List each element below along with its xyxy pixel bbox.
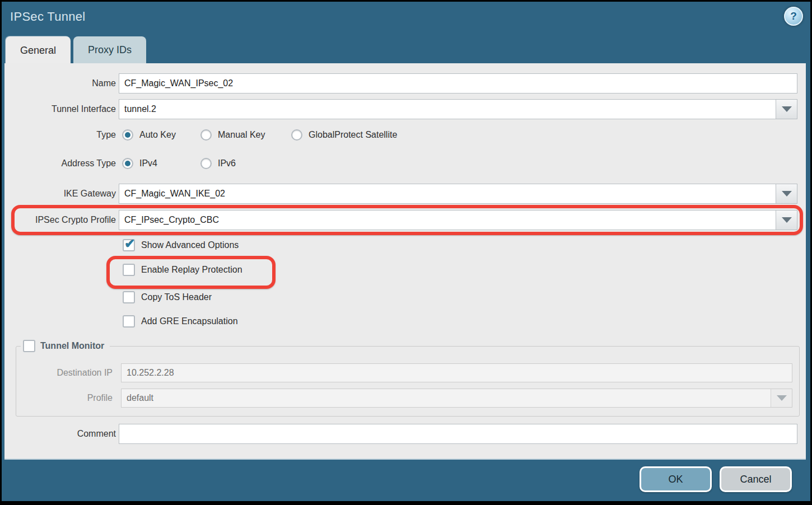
- profile-label: Profile: [16, 389, 113, 408]
- type-option-globalprotect-satellite[interactable]: GlobalProtect Satellite: [291, 128, 397, 142]
- manual-key-radio[interactable]: [200, 129, 212, 141]
- enable-replay-protection-checkbox[interactable]: [123, 264, 135, 276]
- profile-value: default: [122, 389, 771, 407]
- tab-bar: General Proxy IDs: [6, 36, 146, 65]
- tunnel-monitor-legend[interactable]: Tunnel Monitor: [21, 340, 110, 352]
- type-option-manual-key[interactable]: Manual Key: [200, 128, 265, 142]
- ipsec-crypto-profile-select[interactable]: CF_IPsec_Crypto_CBC: [119, 210, 797, 230]
- tunnel-interface-label: Tunnel Interface: [4, 99, 116, 119]
- destination-ip-label: Destination IP: [16, 363, 113, 382]
- comment-value: [119, 424, 797, 443]
- auto-key-label: Auto Key: [139, 130, 176, 140]
- enable-replay-protection-row[interactable]: Enable Replay Protection: [123, 263, 242, 277]
- copy-tos-header-row[interactable]: Copy ToS Header: [123, 291, 212, 304]
- dialog-footer: OK Cancel: [2, 460, 810, 501]
- address-type-label: Address Type: [4, 157, 116, 170]
- type-option-auto-key[interactable]: Auto Key: [122, 128, 176, 142]
- help-icon[interactable]: ?: [784, 7, 803, 26]
- tunnel-monitor-checkbox[interactable]: [23, 340, 35, 352]
- ipsec-crypto-profile-value: CF_IPsec_Crypto_CBC: [119, 211, 776, 230]
- ipv4-radio[interactable]: [122, 158, 133, 169]
- destination-ip-value: 10.252.2.28: [122, 364, 792, 382]
- ike-gateway-label: IKE Gateway: [4, 184, 116, 204]
- name-input[interactable]: CF_Magic_WAN_IPsec_02: [119, 73, 797, 93]
- add-gre-encapsulation-row[interactable]: Add GRE Encapsulation: [123, 315, 238, 328]
- show-advanced-options-label: Show Advanced Options: [141, 240, 239, 250]
- show-advanced-options-row[interactable]: Show Advanced Options: [123, 239, 239, 252]
- add-gre-encapsulation-checkbox[interactable]: [123, 315, 135, 328]
- ipsec-crypto-profile-dropdown-button[interactable]: [776, 211, 797, 230]
- tunnel-interface-dropdown-button[interactable]: [776, 100, 797, 119]
- add-gre-encapsulation-label: Add GRE Encapsulation: [141, 316, 238, 326]
- globalprotect-satellite-label: GlobalProtect Satellite: [309, 130, 397, 140]
- address-type-option-ipv6[interactable]: IPv6: [200, 157, 236, 170]
- ipv6-radio[interactable]: [200, 158, 212, 169]
- ipsec-tunnel-dialog: IPSec Tunnel ? General Proxy IDs Name CF…: [2, 2, 810, 501]
- dialog-title: IPSec Tunnel: [10, 10, 85, 24]
- profile-select: default: [121, 389, 792, 408]
- general-tab-panel: Name CF_Magic_WAN_IPsec_02 Tunnel Interf…: [4, 63, 806, 460]
- name-value: CF_Magic_WAN_IPsec_02: [119, 74, 797, 93]
- chevron-down-icon: [782, 191, 792, 197]
- tunnel-interface-select[interactable]: tunnel.2: [119, 99, 797, 119]
- ipsec-crypto-profile-label: IPSec Crypto Profile: [4, 210, 116, 230]
- chevron-down-icon: [777, 395, 787, 401]
- tunnel-monitor-group: Tunnel Monitor Destination IP 10.252.2.2…: [16, 346, 800, 417]
- dialog-titlebar: IPSec Tunnel ?: [2, 2, 810, 35]
- tunnel-interface-value: tunnel.2: [119, 100, 776, 119]
- address-type-option-ipv4[interactable]: IPv4: [122, 157, 157, 170]
- comment-input[interactable]: [119, 424, 797, 444]
- tab-proxy-ids[interactable]: Proxy IDs: [73, 36, 146, 64]
- cancel-button[interactable]: Cancel: [720, 466, 792, 492]
- show-advanced-options-checkbox[interactable]: [123, 239, 135, 251]
- tunnel-monitor-label: Tunnel Monitor: [40, 341, 104, 351]
- ike-gateway-value: CF_Magic_WAN_IKE_02: [119, 184, 776, 203]
- chevron-down-icon: [782, 217, 792, 223]
- destination-ip-input: 10.252.2.28: [121, 363, 792, 382]
- tab-general[interactable]: General: [6, 36, 71, 65]
- name-label: Name: [4, 73, 116, 93]
- enable-replay-protection-label: Enable Replay Protection: [141, 265, 242, 275]
- ipv4-label: IPv4: [139, 158, 157, 169]
- comment-label: Comment: [4, 424, 116, 444]
- ike-gateway-dropdown-button[interactable]: [776, 184, 797, 203]
- manual-key-label: Manual Key: [218, 130, 265, 140]
- profile-dropdown-button: [771, 389, 792, 407]
- ike-gateway-select[interactable]: CF_Magic_WAN_IKE_02: [119, 184, 797, 204]
- copy-tos-header-label: Copy ToS Header: [141, 292, 212, 302]
- type-label: Type: [4, 128, 116, 142]
- globalprotect-satellite-radio[interactable]: [291, 129, 302, 141]
- chevron-down-icon: [782, 106, 792, 112]
- ipv6-label: IPv6: [218, 158, 236, 169]
- auto-key-radio[interactable]: [122, 129, 133, 141]
- copy-tos-header-checkbox[interactable]: [123, 291, 135, 303]
- ok-button[interactable]: OK: [640, 466, 712, 492]
